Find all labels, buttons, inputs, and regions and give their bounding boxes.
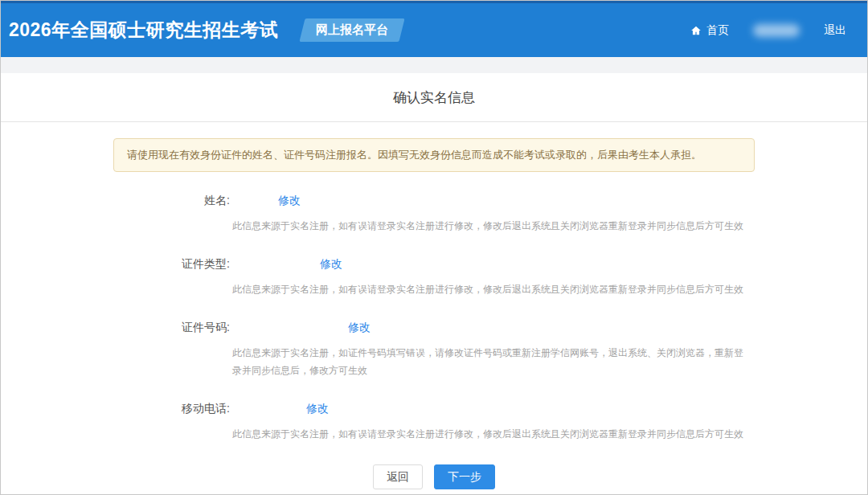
field-label-doc-number: 证件号码: [1, 321, 230, 335]
nav-logout-link[interactable]: 退出 [824, 23, 846, 38]
field-label-mobile: 移动电话: [1, 402, 230, 416]
back-button[interactable]: 返回 [373, 464, 423, 489]
field-row-doc-type: 证件类型: 修改 [1, 256, 867, 272]
field-row-mobile: 移动电话: 修改 [1, 401, 867, 417]
field-row-doc-number: 证件号码: 修改 [1, 320, 867, 336]
action-button-bar: 返回 下一步 [1, 464, 867, 489]
realname-form: 姓名: 修改 此信息来源于实名注册，如有误请登录实名注册进行修改，修改后退出系统… [1, 193, 867, 443]
field-hint-mobile: 此信息来源于实名注册，如有误请登录实名注册进行修改，修改后退出系统且关闭浏览器重… [232, 425, 747, 443]
field-block-name: 姓名: 修改 此信息来源于实名注册，如有误请登录实名注册进行修改，修改后退出系统… [1, 193, 867, 235]
home-icon [690, 25, 702, 36]
header: 2026年全国硕士研究生招生考试 网上报名平台 首页 退出 [1, 3, 867, 57]
field-row-name: 姓名: 修改 [1, 193, 867, 209]
field-label-doc-type: 证件类型: [1, 257, 230, 272]
nav-home-link[interactable]: 首页 [690, 23, 729, 38]
page-title: 确认实名信息 [393, 88, 475, 107]
modify-link-name[interactable]: 修改 [278, 194, 301, 208]
modify-link-doc-type[interactable]: 修改 [320, 257, 342, 272]
subheader-band [1, 57, 867, 73]
platform-badge: 网上报名平台 [300, 18, 405, 42]
nav-home-label: 首页 [706, 23, 729, 38]
next-step-button[interactable]: 下一步 [434, 464, 495, 489]
field-label-name: 姓名: [1, 194, 230, 208]
app-window: 2026年全国硕士研究生招生考试 网上报名平台 首页 退出 确认实名信息 请使用… [0, 0, 868, 495]
field-hint-name: 此信息来源于实名注册，如有误请登录实名注册进行修改，修改后退出系统且关闭浏览器重… [232, 217, 747, 235]
field-block-mobile: 移动电话: 修改 此信息来源于实名注册，如有误请登录实名注册进行修改，修改后退出… [1, 401, 867, 443]
modify-link-mobile[interactable]: 修改 [306, 402, 329, 416]
app-title: 2026年全国硕士研究生招生考试 [9, 18, 278, 43]
modify-link-doc-number[interactable]: 修改 [348, 321, 371, 335]
field-hint-doc-type: 此信息来源于实名注册，如有误请登录实名注册进行修改，修改后退出系统且关闭浏览器重… [232, 280, 747, 298]
field-block-doc-number: 证件号码: 修改 此信息来源于实名注册，如证件号码填写错误，请修改证件号码或重新… [1, 320, 867, 379]
header-nav: 首页 退出 [690, 23, 846, 38]
notice-banner: 请使用现在有效身份证件的姓名、证件号码注册报名。因填写无效身份信息而造成不能考试… [113, 138, 755, 172]
page-title-bar: 确认实名信息 [1, 73, 867, 122]
platform-badge-label: 网上报名平台 [316, 22, 388, 38]
field-block-doc-type: 证件类型: 修改 此信息来源于实名注册，如有误请登录实名注册进行修改，修改后退出… [1, 256, 867, 298]
field-hint-doc-number: 此信息来源于实名注册，如证件号码填写错误，请修改证件号码或重新注册学信网账号，退… [232, 344, 747, 379]
username-redacted [753, 24, 800, 37]
nav-logout-label: 退出 [824, 23, 846, 38]
